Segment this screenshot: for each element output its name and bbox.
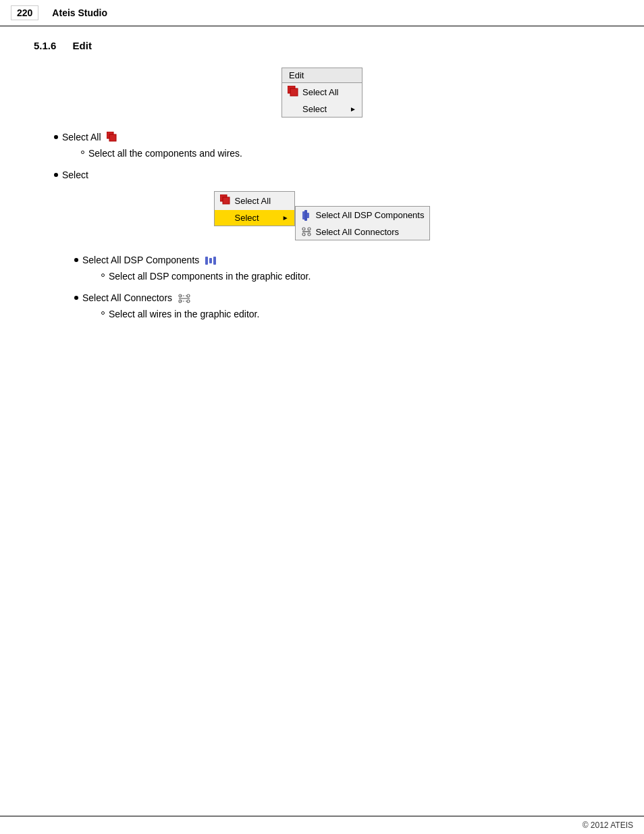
submenu-screenshot: Select All Select ►: [34, 191, 610, 240]
content-area: 5.1.6 Edit Edit Select All Select ►: [0, 26, 644, 344]
submenu-select-all-label: Select All: [235, 196, 271, 206]
svg-rect-15: [209, 258, 212, 263]
bullet-dsp-section: Select All DSP Components Select all DSP…: [74, 254, 610, 281]
sub-bullet-dot-dsp: [101, 273, 105, 277]
svg-rect-8: [304, 210, 307, 221]
page-footer: © 2012 ATEIS: [0, 816, 644, 834]
section-number: 5.1.6: [34, 40, 56, 51]
bullet-select-label: Select: [62, 170, 88, 180]
section-title: Edit: [73, 40, 92, 51]
edit-menu: Edit Select All Select ►: [281, 68, 363, 118]
bullet-connector-section: Select All Connectors Select all wires i…: [74, 292, 610, 319]
submenu-select-item[interactable]: Select ►: [215, 210, 294, 226]
app-name: Ateis Studio: [52, 7, 107, 18]
select-all-inline-icon: [105, 131, 117, 142]
submenu-select-all-item[interactable]: Select All: [215, 192, 294, 210]
bullet-select-all: Select All: [54, 131, 610, 142]
submenu-connector-label: Select All Connectors: [316, 227, 400, 237]
dsp-inline-icon: [203, 254, 217, 265]
submenu-dsp-item[interactable]: Select All DSP Components: [296, 207, 430, 224]
svg-rect-3: [109, 134, 116, 141]
bullet-dsp: Select All DSP Components: [74, 254, 610, 265]
svg-point-10: [302, 228, 305, 230]
bullet-dot: [54, 135, 58, 139]
submenu-select-arrow-icon: ►: [282, 214, 289, 221]
bullet-select-section: Select: [54, 170, 610, 180]
svg-rect-1: [290, 88, 298, 96]
menu-item-select[interactable]: Select ►: [282, 101, 362, 117]
copyright-text: © 2012 ATEIS: [583, 820, 633, 830]
page-header: 220 Ateis Studio: [0, 0, 644, 26]
bullet-dot-connector: [74, 296, 78, 300]
submenu-dsp-icon: [301, 209, 312, 221]
bullet-connector-label: Select All Connectors: [82, 292, 172, 303]
svg-rect-16: [213, 257, 216, 265]
sub-bullet-dot-connector: [101, 311, 105, 315]
sub-bullet-connector-text: Select all wires in the graphic editor.: [109, 309, 259, 319]
svg-rect-5: [223, 197, 230, 204]
bullet-dot-2: [54, 173, 58, 177]
select-all-label: Select All: [302, 87, 338, 97]
submenu-dsp-label: Select All DSP Components: [316, 210, 425, 220]
menu-screenshot-1: Edit Select All Select ►: [34, 68, 610, 118]
sub-bullet-connector: Select all wires in the graphic editor.: [101, 309, 610, 319]
submenu-select-all-icon: [220, 194, 231, 207]
submenu-main-menu: Select All Select ►: [214, 191, 295, 226]
sub-bullet-dsp-text: Select all DSP components in the graphic…: [109, 271, 311, 282]
select-all-icon: [288, 86, 298, 99]
sub-bullet-dot: [81, 151, 84, 154]
submenu-arrow-icon: ►: [350, 105, 356, 113]
bullet-select-all-label: Select All: [62, 132, 101, 142]
bullet-dsp-label: Select All DSP Components: [82, 255, 199, 265]
submenu-select-label: Select: [235, 213, 259, 223]
connector-inline-icon: [176, 292, 191, 303]
bullet-dot-dsp: [74, 258, 78, 262]
svg-rect-14: [205, 257, 208, 265]
submenu-connector-icon: [301, 226, 312, 238]
sub-bullet-select-all-text: Select all the components and wires.: [88, 148, 242, 159]
submenu-outer: Select All Select ►: [214, 191, 431, 240]
submenu-sub-menu: Select All DSP Components Select All Con…: [295, 206, 431, 240]
svg-point-13: [308, 233, 311, 236]
sub-bullet-select-all: Select all the components and wires.: [81, 148, 610, 159]
sub-bullet-dsp: Select all DSP components in the graphic…: [101, 271, 610, 282]
svg-point-12: [302, 233, 305, 236]
select-label: Select: [302, 104, 327, 114]
page-number: 220: [11, 5, 38, 20]
menu-item-select-all[interactable]: Select All: [282, 83, 362, 101]
section-heading: 5.1.6 Edit: [34, 40, 610, 51]
bullet-select: Select: [54, 170, 610, 180]
svg-point-11: [308, 228, 311, 230]
bullet-select-all-section: Select All Select all the components and…: [54, 131, 610, 159]
submenu-connector-item[interactable]: Select All Connectors: [296, 224, 430, 240]
menu-title: Edit: [282, 68, 362, 83]
bullet-connector: Select All Connectors: [74, 292, 610, 303]
